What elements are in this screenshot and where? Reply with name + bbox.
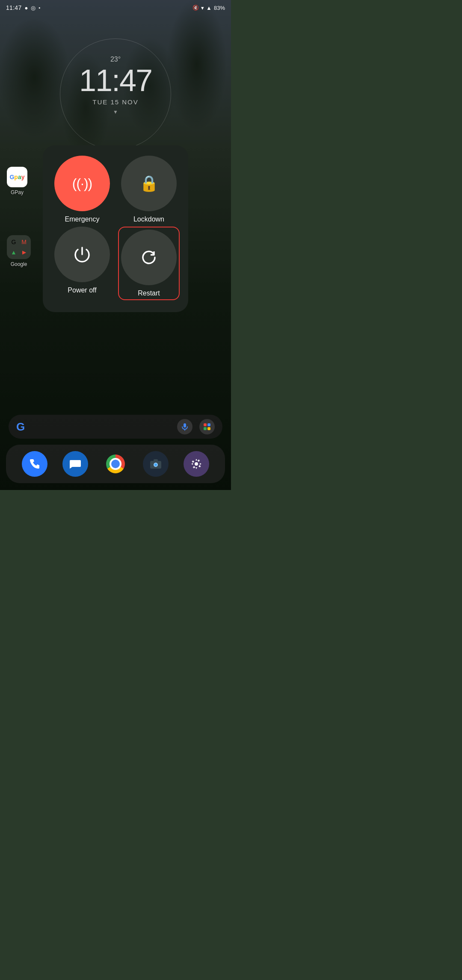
voice-search-button[interactable] [177, 419, 192, 434]
mute-icon: 🔇 [192, 5, 199, 11]
poweroff-circle [54, 227, 110, 282]
svg-rect-3 [207, 423, 210, 426]
lockdown-icon: 🔒 [139, 174, 159, 192]
clock-time: 11:47 [79, 65, 152, 96]
search-action-icons [177, 419, 215, 434]
lockdown-button[interactable]: 🔒 Lockdown [118, 156, 180, 223]
restart-button[interactable]: Restart [118, 227, 180, 300]
svg-rect-2 [204, 423, 207, 426]
notification-icon: ▪ [38, 5, 40, 10]
gpay-label: GPay [11, 189, 24, 195]
google-folder-icon: G M ▲ ▶ [7, 235, 31, 259]
search-bar[interactable]: G [9, 415, 222, 439]
clock-widget: 23° 11:47 TUE 15 NOV ▼ [0, 56, 231, 115]
dock-chrome-button[interactable] [103, 451, 128, 477]
clock-date: TUE 15 NOV [92, 98, 139, 106]
clock-arrow-icon: ▼ [113, 109, 118, 115]
svg-rect-5 [207, 427, 210, 430]
power-menu: ((·)) Emergency 🔒 Lockdown Power off [43, 145, 188, 312]
restart-icon [139, 248, 158, 267]
lens-search-button[interactable] [199, 419, 215, 434]
battery-text: 83% [214, 5, 225, 11]
dock-settings-button[interactable] [184, 451, 209, 477]
chrome-icon [106, 455, 125, 473]
clock-temperature: 23° [110, 56, 121, 63]
emergency-label: Emergency [65, 215, 100, 223]
google-g-logo: G [16, 420, 25, 434]
svg-point-8 [154, 463, 157, 466]
poweroff-icon [73, 245, 92, 264]
lockdown-circle: 🔒 [121, 156, 177, 211]
wifi-icon: ▾ [201, 5, 204, 11]
google-label: Google [11, 261, 27, 267]
restart-label: Restart [138, 289, 160, 297]
restart-circle [121, 230, 177, 285]
instagram-icon: ◎ [31, 5, 36, 11]
status-right: 🔇 ▾ ▲ 83% [192, 5, 225, 11]
svg-rect-4 [204, 427, 207, 430]
status-left: 11:47 ● ◎ ▪ [6, 4, 40, 11]
status-bar: 11:47 ● ◎ ▪ 🔇 ▾ ▲ 83% [0, 0, 231, 15]
svg-rect-0 [184, 423, 186, 428]
dock-messages-button[interactable] [62, 451, 88, 477]
emergency-icon: ((·)) [72, 176, 92, 192]
svg-rect-9 [154, 459, 158, 461]
signal-icon: ▲ [206, 5, 212, 11]
whatsapp-icon: ● [25, 5, 28, 11]
app-dock [6, 445, 225, 483]
gpay-icon: Gpay [7, 167, 27, 187]
svg-point-10 [195, 462, 198, 466]
gpay-shortcut[interactable]: Gpay GPay [7, 167, 27, 195]
poweroff-button[interactable]: Power off [51, 227, 113, 300]
dock-phone-button[interactable] [22, 451, 47, 477]
poweroff-label: Power off [68, 286, 96, 294]
status-time: 11:47 [6, 4, 22, 11]
dock-camera-button[interactable] [143, 451, 169, 477]
google-shortcut[interactable]: G M ▲ ▶ Google [7, 235, 31, 267]
lockdown-label: Lockdown [133, 215, 164, 223]
emergency-button[interactable]: ((·)) Emergency [51, 156, 113, 223]
emergency-circle: ((·)) [54, 156, 110, 211]
